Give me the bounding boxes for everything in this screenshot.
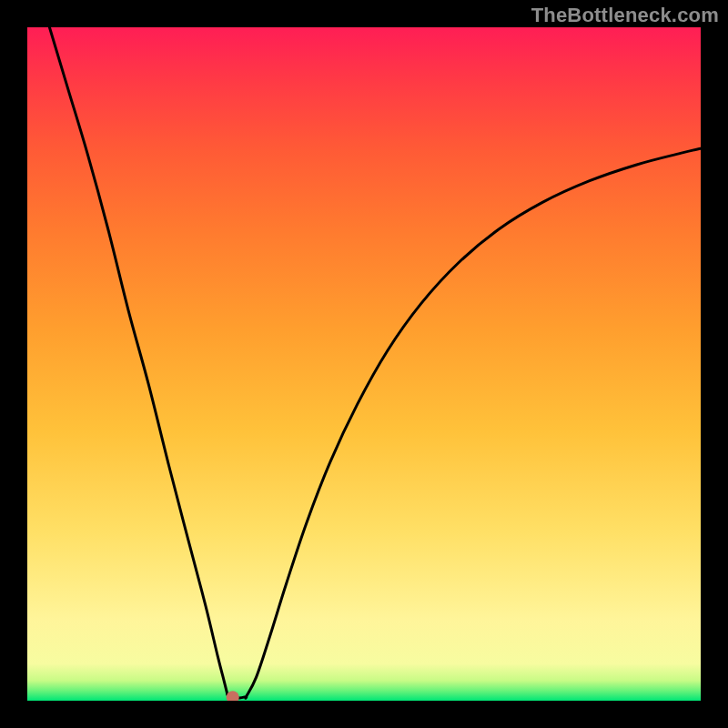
gradient-background [27,27,701,701]
watermark-text: TheBottleneck.com [531,4,719,27]
chart-frame [27,27,701,701]
bottleneck-curve-chart [27,27,701,701]
